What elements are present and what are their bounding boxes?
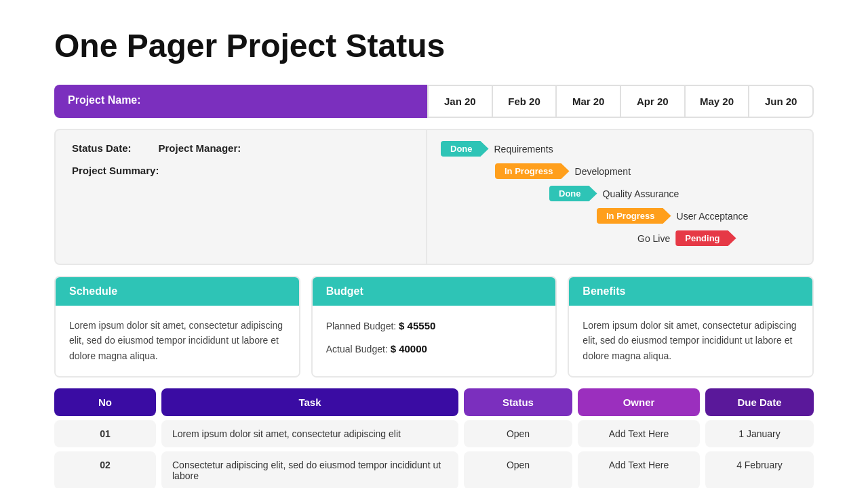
td-duedate-1: 1 January: [705, 420, 814, 447]
gantt-row-5: Go Live Pending: [441, 230, 799, 246]
month-may: May 20: [686, 86, 750, 117]
project-name-label: Project Name:: [68, 94, 141, 106]
month-jan: Jan 20: [429, 86, 493, 117]
th-no: No: [54, 388, 156, 416]
project-name-bar: Project Name:: [54, 85, 427, 118]
month-feb: Feb 20: [493, 86, 557, 117]
table-header-row: No Task Status Owner Due Date: [54, 388, 814, 416]
th-task: Task: [161, 388, 458, 416]
td-no-2: 02: [54, 451, 156, 488]
timeline-header: Jan 20 Feb 20 Mar 20 Apr 20 May 20 Jun 2…: [427, 85, 814, 118]
gantt-task-1: Requirements: [494, 144, 553, 155]
gantt-badge-done-1: Done: [441, 141, 489, 157]
th-status: Status: [464, 388, 572, 416]
project-info-box: Status Date: Project Manager: Project Su…: [54, 129, 427, 265]
gantt-task-4: User Acceptance: [677, 211, 749, 222]
project-summary-label: Project Summary:: [72, 165, 410, 176]
benefits-card: Benefits Lorem ipsum dolor sit amet, con…: [568, 276, 814, 378]
month-apr: Apr 20: [621, 86, 686, 117]
gantt-badge-inprogress-1: In Progress: [495, 163, 570, 179]
td-status-1: Open: [464, 420, 572, 447]
td-owner-2: Add Text Here: [578, 451, 700, 488]
table-row: 01 Lorem ipsum dolor sit amet, consectet…: [54, 420, 814, 447]
planned-budget-amount: $ 45550: [399, 320, 435, 331]
gantt-row-2: In Progress Development: [441, 163, 799, 179]
page-title: One Pager Project Status: [54, 27, 814, 64]
tasks-table: No Task Status Owner Due Date 01 Lorem i…: [54, 388, 814, 488]
status-date-label: Status Date:: [72, 142, 132, 154]
month-jun: Jun 20: [749, 86, 812, 117]
info-section: Status Date: Project Manager: Project Su…: [54, 129, 814, 265]
gantt-task-3: Quality Assurance: [603, 188, 679, 199]
gantt-task-2: Development: [575, 166, 631, 177]
project-manager-label: Project Manager:: [159, 142, 241, 154]
gantt-row-1: Done Requirements: [441, 141, 799, 157]
td-status-2: Open: [464, 451, 572, 488]
budget-card-header: Budget: [313, 277, 556, 306]
gantt-badge-inprogress-2: In Progress: [597, 208, 671, 224]
th-owner: Owner: [578, 388, 700, 416]
actual-budget-amount: $ 40000: [391, 343, 427, 354]
budget-card-body: Planned Budget: $ 45550 Actual Budget: $…: [313, 306, 556, 376]
actual-budget-label: Actual Budget:: [326, 344, 388, 354]
cards-section: Schedule Lorem ipsum dolor sit amet, con…: [54, 276, 814, 378]
actual-budget-line: Actual Budget: $ 40000: [326, 341, 542, 357]
month-mar: Mar 20: [557, 86, 621, 117]
status-manager-row: Status Date: Project Manager:: [72, 142, 410, 154]
planned-budget-line: Planned Budget: $ 45550: [326, 318, 542, 334]
gantt-chart: Done Requirements In Progress Developmen…: [427, 129, 814, 265]
budget-card: Budget Planned Budget: $ 45550 Actual Bu…: [311, 276, 557, 378]
benefits-card-header: Benefits: [569, 277, 812, 306]
td-task-1: Lorem ipsum dolor sit amet, consectetur …: [161, 420, 458, 447]
td-no-1: 01: [54, 420, 156, 447]
gantt-row-4: In Progress User Acceptance: [441, 208, 799, 224]
top-section: Project Name: Jan 20 Feb 20 Mar 20 Apr 2…: [54, 85, 814, 118]
th-duedate: Due Date: [705, 388, 814, 416]
benefits-card-body: Lorem ipsum dolor sit amet, consectetur …: [569, 306, 812, 375]
gantt-badge-pending: Pending: [675, 230, 736, 246]
td-duedate-2: 4 February: [705, 451, 814, 488]
gantt-task-5: Go Live: [637, 233, 670, 244]
schedule-card: Schedule Lorem ipsum dolor sit amet, con…: [54, 276, 300, 378]
table-row: 02 Consectetur adipiscing elit, sed do e…: [54, 451, 814, 488]
planned-budget-label: Planned Budget:: [326, 321, 397, 331]
gantt-row-3: Done Quality Assurance: [441, 186, 799, 201]
schedule-card-header: Schedule: [56, 277, 299, 306]
schedule-card-body: Lorem ipsum dolor sit amet, consectetur …: [56, 306, 299, 375]
gantt-badge-done-2: Done: [549, 186, 597, 201]
td-task-2: Consectetur adipiscing elit, sed do eius…: [161, 451, 458, 488]
td-owner-1: Add Text Here: [578, 420, 700, 447]
